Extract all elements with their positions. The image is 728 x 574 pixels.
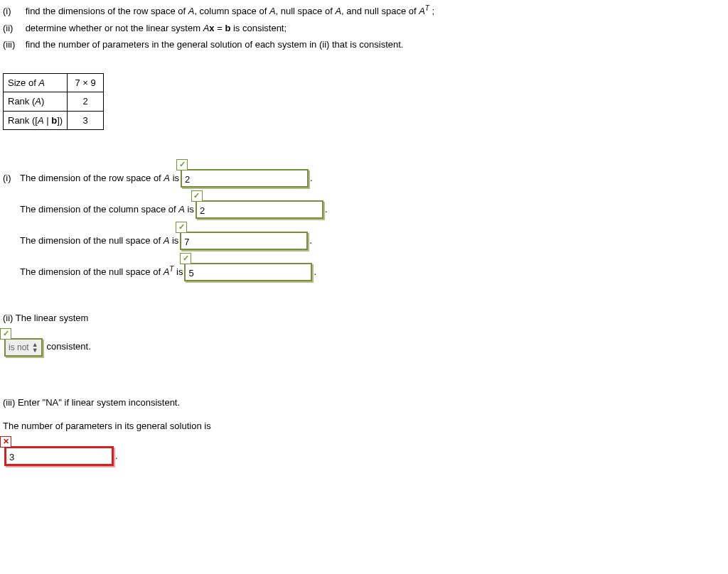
column-space-text: The dimension of the column space of A i…	[20, 202, 194, 220]
cell-value: 7 × 9	[68, 73, 104, 92]
intro-line-ii: (ii) determine whether or not the linear…	[3, 21, 725, 36]
column-space-input[interactable]: 2	[196, 200, 323, 219]
column-space-line: The dimension of the column space of A i…	[3, 200, 725, 219]
null-space-at-field-wrap: ✓ 5	[184, 263, 312, 281]
column-space-field-wrap: ✓ 2	[196, 200, 323, 219]
row-space-input[interactable]: 2	[181, 169, 309, 188]
parameters-text: The number of parameters in its general …	[3, 419, 725, 433]
parameters-line: ✕ 3 .	[3, 446, 725, 466]
period: .	[309, 234, 312, 251]
table-row: Size of A 7 × 9	[4, 73, 104, 92]
null-space-line: The dimension of the null space of A is …	[3, 232, 725, 250]
check-icon: ✓	[191, 190, 203, 202]
roman-ii: (ii)	[3, 21, 23, 36]
null-space-at-line: The dimension of the null space of AT is…	[3, 263, 725, 281]
parameters-field-wrap: ✕ 3	[4, 446, 114, 466]
period: .	[115, 449, 118, 466]
consistency-field-wrap: ✓ is not ▲▼	[4, 338, 43, 357]
null-space-at-input[interactable]: 5	[184, 263, 312, 281]
part-ii-heading: (ii) The linear system	[3, 311, 725, 325]
part-iii-heading: (iii) Enter "NA" if linear system incons…	[3, 396, 725, 410]
null-space-at-text: The dimension of the null space of AT is	[20, 265, 183, 282]
consistency-after: consistent.	[47, 340, 91, 357]
check-icon: ✓	[180, 253, 191, 264]
cell-label: Rank (A)	[4, 92, 68, 112]
intro-line-i: (i) find the dimensions of the row space…	[3, 4, 725, 18]
cell-label: Rank ([A | b])	[4, 111, 68, 130]
table-row: Rank (A) 2	[4, 92, 104, 112]
intro-text-iii: find the number of parameters in the gen…	[26, 39, 404, 50]
roman-iii: (iii)	[3, 38, 23, 52]
consistency-select[interactable]: is not ▲▼	[4, 338, 43, 357]
check-icon: ✓	[176, 159, 188, 170]
intro-line-iii: (iii) find the number of parameters in t…	[3, 38, 725, 52]
cell-value: 3	[68, 111, 104, 130]
cell-value: 2	[68, 92, 104, 112]
intro-text-ii: determine whether or not the linear syst…	[26, 23, 287, 33]
roman-i: (i)	[3, 4, 23, 18]
null-space-text: The dimension of the null space of A is	[20, 234, 178, 251]
period: .	[310, 171, 313, 188]
check-icon: ✓	[176, 222, 187, 233]
check-icon: ✓	[0, 328, 11, 340]
given-data-table: Size of A 7 × 9 Rank (A) 2 Rank ([A | b]…	[3, 73, 104, 131]
part-i-label: (i)	[3, 171, 20, 188]
cross-icon: ✕	[0, 436, 11, 448]
table-row: Rank ([A | b]) 3	[4, 111, 104, 130]
part-iii: (iii) Enter "NA" if linear system incons…	[3, 396, 725, 466]
part-i: (i) The dimension of the row space of A …	[3, 169, 725, 281]
cell-label: Size of A	[4, 73, 68, 92]
part-ii: (ii) The linear system ✓ is not ▲▼ consi…	[3, 311, 725, 357]
period: .	[325, 202, 328, 220]
parameters-input[interactable]: 3	[4, 446, 114, 466]
consistency-select-value: is not	[9, 341, 29, 354]
null-space-field-wrap: ✓ 7	[180, 232, 308, 250]
select-arrows-icon: ▲▼	[32, 342, 38, 353]
row-space-field-wrap: ✓ 2	[181, 169, 309, 188]
row-space-text: The dimension of the row space of A is	[20, 171, 179, 188]
row-space-line: (i) The dimension of the row space of A …	[3, 169, 725, 188]
intro-text-i: find the dimensions of the row space of …	[26, 6, 435, 16]
period: .	[314, 265, 316, 282]
consistency-line: ✓ is not ▲▼ consistent.	[3, 338, 725, 357]
null-space-input[interactable]: 7	[180, 232, 308, 250]
